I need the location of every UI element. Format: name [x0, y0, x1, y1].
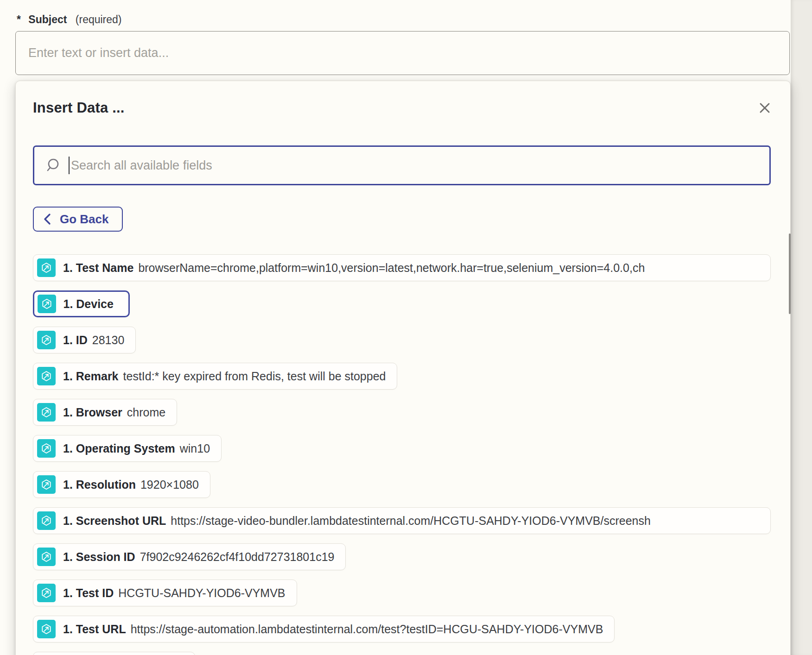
list-item-label: 1. Resolution	[63, 478, 136, 491]
list-item-value: 1920×1080	[140, 478, 199, 491]
search-input[interactable]: Search all available fields	[33, 145, 771, 185]
subject-label-text: Subject	[28, 13, 67, 25]
list-item-value: testId:* key expired from Redis, test wi…	[123, 370, 386, 383]
list-item-value: https://stage-video-bundler.lambdatestin…	[171, 514, 651, 528]
list-item-label: 1. Remark	[63, 370, 119, 383]
lambdatest-icon	[37, 584, 56, 602]
lambdatest-icon	[37, 258, 56, 277]
list-item-label: 1. Session ID	[63, 550, 135, 564]
lambdatest-icon	[37, 620, 56, 638]
lambdatest-icon	[38, 295, 56, 313]
lambdatest-icon	[37, 511, 56, 530]
lambdatest-icon	[37, 475, 56, 494]
list-item[interactable]: 1. Operating System win10	[33, 435, 222, 462]
page-right-gutter	[791, 0, 812, 655]
lambdatest-icon	[37, 331, 56, 349]
list-item-value: browserName=chrome,platform=win10,versio…	[138, 261, 645, 275]
subject-label: * Subject (required)	[17, 12, 122, 27]
list-item-value: 7f902c9246262cf4f10dd72731801c19	[140, 550, 335, 564]
list-item[interactable]: 1. Browser chrome	[33, 399, 177, 426]
lambdatest-icon	[37, 548, 56, 566]
fields-list: 1. Test Name browserName=chrome,platform…	[33, 254, 771, 655]
insert-data-panel: Insert Data ... Search all available fie…	[15, 81, 791, 655]
list-item-value: HCGTU-SAHDY-YIOD6-VYMVB	[118, 586, 285, 600]
list-item-value: chrome	[127, 406, 165, 419]
list-item[interactable]: 1. Test ID HCGTU-SAHDY-YIOD6-VYMVB	[33, 579, 297, 606]
lambdatest-icon	[37, 403, 56, 422]
go-back-label: Go Back	[60, 212, 109, 227]
text-cursor	[69, 157, 70, 174]
lambdatest-icon	[37, 367, 56, 385]
list-item-value: https://stage-automation.lambdatestinter…	[131, 623, 603, 636]
list-item-label: 1. ID	[63, 334, 88, 347]
list-item-label: 1. Test ID	[63, 586, 114, 600]
close-icon	[758, 101, 771, 114]
list-item-label: 1. Test URL	[63, 623, 126, 636]
close-button[interactable]	[756, 100, 773, 116]
list-item-label: 1. Test Name	[63, 261, 133, 275]
list-item[interactable]: 1. Test URL https://stage-automation.lam…	[33, 616, 615, 642]
list-item-partial-wrap	[33, 652, 771, 655]
list-item[interactable]: 1. Device	[33, 290, 130, 317]
scrollbar-thumb[interactable]	[789, 233, 791, 314]
list-item[interactable]: 1. Session ID 7f902c9246262cf4f10dd72731…	[33, 543, 346, 570]
list-item-value: win10	[180, 442, 210, 455]
subject-input[interactable]: Enter text or insert data...	[15, 31, 790, 75]
search-icon	[44, 157, 61, 174]
panel-title: Insert Data ...	[33, 100, 125, 116]
list-item[interactable]: 1. Resolution 1920×1080	[33, 471, 210, 498]
go-back-button[interactable]: Go Back	[33, 207, 123, 232]
list-item-label: 1. Operating System	[63, 442, 175, 455]
list-item-value: 28130	[92, 334, 125, 347]
subject-input-placeholder: Enter text or insert data...	[28, 46, 169, 60]
list-item-label: 1. Screenshot URL	[63, 514, 166, 528]
search-placeholder: Search all available fields	[71, 158, 212, 173]
required-hint: (required)	[76, 13, 122, 25]
list-item[interactable]: 1. Test Name browserName=chrome,platform…	[33, 254, 771, 281]
lambdatest-icon	[37, 439, 56, 458]
list-item[interactable]: 1. Remark testId:* key expired from Redi…	[33, 363, 397, 390]
chevron-left-icon	[43, 213, 51, 225]
list-item[interactable]: 1. Screenshot URL https://stage-video-bu…	[33, 507, 771, 534]
list-item-partial[interactable]	[33, 652, 195, 655]
list-item[interactable]: 1. ID 28130	[33, 327, 136, 353]
list-item-label: 1. Browser	[63, 406, 122, 419]
list-item-label: 1. Device	[63, 297, 114, 311]
required-asterisk: *	[17, 13, 21, 25]
